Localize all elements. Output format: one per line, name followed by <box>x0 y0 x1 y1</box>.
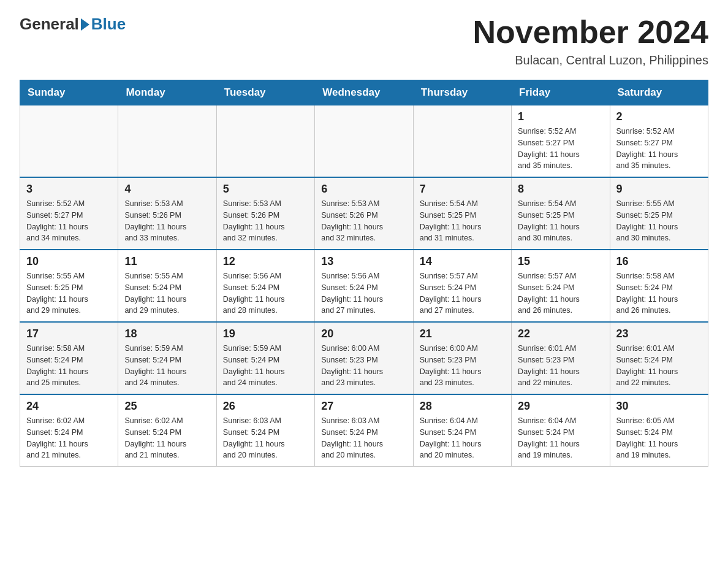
day-info: Sunrise: 6:02 AM Sunset: 5:24 PM Dayligh… <box>26 415 112 461</box>
calendar-cell: 19Sunrise: 5:59 AM Sunset: 5:24 PM Dayli… <box>216 322 314 394</box>
day-info: Sunrise: 5:53 AM Sunset: 5:26 PM Dayligh… <box>321 198 406 244</box>
day-number: 22 <box>518 327 603 340</box>
calendar-header-sunday: Sunday <box>20 80 118 105</box>
calendar-cell: 26Sunrise: 6:03 AM Sunset: 5:24 PM Dayli… <box>216 394 314 467</box>
day-info: Sunrise: 5:53 AM Sunset: 5:26 PM Dayligh… <box>223 198 308 244</box>
day-info: Sunrise: 5:59 AM Sunset: 5:24 PM Dayligh… <box>223 343 308 389</box>
calendar-header-thursday: Thursday <box>413 80 511 105</box>
calendar-header-saturday: Saturday <box>610 80 708 105</box>
day-info: Sunrise: 6:03 AM Sunset: 5:24 PM Dayligh… <box>321 415 406 461</box>
calendar-week-row: 24Sunrise: 6:02 AM Sunset: 5:24 PM Dayli… <box>20 394 708 467</box>
calendar-cell: 6Sunrise: 5:53 AM Sunset: 5:26 PM Daylig… <box>315 177 413 250</box>
title-area: November 2024 Bulacan, Central Luzon, Ph… <box>473 15 708 67</box>
day-info: Sunrise: 5:52 AM Sunset: 5:27 PM Dayligh… <box>26 198 112 244</box>
calendar-table: SundayMondayTuesdayWednesdayThursdayFrid… <box>20 80 708 467</box>
day-info: Sunrise: 6:00 AM Sunset: 5:23 PM Dayligh… <box>420 343 505 389</box>
logo-blue-text: Blue <box>91 15 126 34</box>
day-number: 15 <box>518 255 603 268</box>
day-number: 13 <box>321 255 406 268</box>
day-number: 28 <box>420 400 505 413</box>
day-number: 16 <box>616 255 702 268</box>
day-number: 26 <box>223 400 308 413</box>
calendar-cell: 23Sunrise: 6:01 AM Sunset: 5:24 PM Dayli… <box>610 322 708 394</box>
calendar-cell: 2Sunrise: 5:52 AM Sunset: 5:27 PM Daylig… <box>610 105 708 178</box>
calendar-week-row: 10Sunrise: 5:55 AM Sunset: 5:25 PM Dayli… <box>20 250 708 322</box>
day-info: Sunrise: 5:54 AM Sunset: 5:25 PM Dayligh… <box>518 198 603 244</box>
calendar-cell: 12Sunrise: 5:56 AM Sunset: 5:24 PM Dayli… <box>216 250 314 322</box>
calendar-cell: 9Sunrise: 5:55 AM Sunset: 5:25 PM Daylig… <box>610 177 708 250</box>
calendar-cell: 14Sunrise: 5:57 AM Sunset: 5:24 PM Dayli… <box>413 250 511 322</box>
calendar-cell: 1Sunrise: 5:52 AM Sunset: 5:27 PM Daylig… <box>512 105 610 178</box>
day-number: 27 <box>321 400 406 413</box>
calendar-week-row: 3Sunrise: 5:52 AM Sunset: 5:27 PM Daylig… <box>20 177 708 250</box>
day-info: Sunrise: 5:56 AM Sunset: 5:24 PM Dayligh… <box>223 270 308 316</box>
day-info: Sunrise: 5:57 AM Sunset: 5:24 PM Dayligh… <box>420 270 505 316</box>
day-number: 8 <box>518 183 603 196</box>
calendar-cell: 28Sunrise: 6:04 AM Sunset: 5:24 PM Dayli… <box>413 394 511 467</box>
day-number: 2 <box>616 110 702 123</box>
day-info: Sunrise: 5:58 AM Sunset: 5:24 PM Dayligh… <box>616 270 702 316</box>
calendar-header-row: SundayMondayTuesdayWednesdayThursdayFrid… <box>20 80 708 105</box>
calendar-cell: 22Sunrise: 6:01 AM Sunset: 5:23 PM Dayli… <box>512 322 610 394</box>
page-title: November 2024 <box>473 15 708 50</box>
day-number: 11 <box>124 255 210 268</box>
calendar-header-monday: Monday <box>118 80 216 105</box>
calendar-week-row: 17Sunrise: 5:58 AM Sunset: 5:24 PM Dayli… <box>20 322 708 394</box>
day-number: 19 <box>223 327 308 340</box>
day-info: Sunrise: 6:01 AM Sunset: 5:23 PM Dayligh… <box>518 343 603 389</box>
day-info: Sunrise: 6:05 AM Sunset: 5:24 PM Dayligh… <box>616 415 702 461</box>
day-number: 12 <box>223 255 308 268</box>
calendar-cell: 7Sunrise: 5:54 AM Sunset: 5:25 PM Daylig… <box>413 177 511 250</box>
day-info: Sunrise: 6:01 AM Sunset: 5:24 PM Dayligh… <box>616 343 702 389</box>
calendar-cell: 30Sunrise: 6:05 AM Sunset: 5:24 PM Dayli… <box>610 394 708 467</box>
day-info: Sunrise: 6:04 AM Sunset: 5:24 PM Dayligh… <box>518 415 603 461</box>
day-number: 7 <box>420 183 505 196</box>
day-info: Sunrise: 5:57 AM Sunset: 5:24 PM Dayligh… <box>518 270 603 316</box>
day-number: 17 <box>26 327 112 340</box>
day-number: 5 <box>223 183 308 196</box>
calendar-cell: 16Sunrise: 5:58 AM Sunset: 5:24 PM Dayli… <box>610 250 708 322</box>
calendar-cell: 10Sunrise: 5:55 AM Sunset: 5:25 PM Dayli… <box>20 250 118 322</box>
calendar-cell: 27Sunrise: 6:03 AM Sunset: 5:24 PM Dayli… <box>315 394 413 467</box>
day-number: 3 <box>26 183 112 196</box>
day-info: Sunrise: 5:54 AM Sunset: 5:25 PM Dayligh… <box>420 198 505 244</box>
day-info: Sunrise: 6:04 AM Sunset: 5:24 PM Dayligh… <box>420 415 505 461</box>
calendar-cell: 8Sunrise: 5:54 AM Sunset: 5:25 PM Daylig… <box>512 177 610 250</box>
calendar-cell <box>315 105 413 178</box>
logo-area: General Blue <box>20 15 126 34</box>
day-info: Sunrise: 5:55 AM Sunset: 5:25 PM Dayligh… <box>26 270 112 316</box>
day-info: Sunrise: 5:55 AM Sunset: 5:25 PM Dayligh… <box>616 198 702 244</box>
day-info: Sunrise: 5:53 AM Sunset: 5:26 PM Dayligh… <box>124 198 210 244</box>
day-info: Sunrise: 5:58 AM Sunset: 5:24 PM Dayligh… <box>26 343 112 389</box>
calendar-cell <box>216 105 314 178</box>
page-subtitle: Bulacan, Central Luzon, Philippines <box>473 53 708 67</box>
calendar-header-tuesday: Tuesday <box>216 80 314 105</box>
day-number: 18 <box>124 327 210 340</box>
calendar-header-wednesday: Wednesday <box>315 80 413 105</box>
day-number: 6 <box>321 183 406 196</box>
calendar-cell: 18Sunrise: 5:59 AM Sunset: 5:24 PM Dayli… <box>118 322 216 394</box>
calendar-cell: 11Sunrise: 5:55 AM Sunset: 5:24 PM Dayli… <box>118 250 216 322</box>
calendar-cell <box>20 105 118 178</box>
calendar-cell: 24Sunrise: 6:02 AM Sunset: 5:24 PM Dayli… <box>20 394 118 467</box>
calendar-cell: 5Sunrise: 5:53 AM Sunset: 5:26 PM Daylig… <box>216 177 314 250</box>
day-info: Sunrise: 6:02 AM Sunset: 5:24 PM Dayligh… <box>124 415 210 461</box>
calendar-cell: 4Sunrise: 5:53 AM Sunset: 5:26 PM Daylig… <box>118 177 216 250</box>
day-number: 20 <box>321 327 406 340</box>
calendar-week-row: 1Sunrise: 5:52 AM Sunset: 5:27 PM Daylig… <box>20 105 708 178</box>
day-number: 14 <box>420 255 505 268</box>
header: General Blue November 2024 Bulacan, Cent… <box>20 15 708 67</box>
day-number: 29 <box>518 400 603 413</box>
day-info: Sunrise: 6:00 AM Sunset: 5:23 PM Dayligh… <box>321 343 406 389</box>
calendar-cell: 25Sunrise: 6:02 AM Sunset: 5:24 PM Dayli… <box>118 394 216 467</box>
logo-general-text: General <box>20 15 79 34</box>
logo: General Blue <box>20 15 126 34</box>
day-number: 10 <box>26 255 112 268</box>
calendar-cell <box>413 105 511 178</box>
calendar-cell: 3Sunrise: 5:52 AM Sunset: 5:27 PM Daylig… <box>20 177 118 250</box>
calendar-cell: 15Sunrise: 5:57 AM Sunset: 5:24 PM Dayli… <box>512 250 610 322</box>
day-number: 30 <box>616 400 702 413</box>
day-number: 9 <box>616 183 702 196</box>
day-number: 4 <box>124 183 210 196</box>
calendar-header-friday: Friday <box>512 80 610 105</box>
